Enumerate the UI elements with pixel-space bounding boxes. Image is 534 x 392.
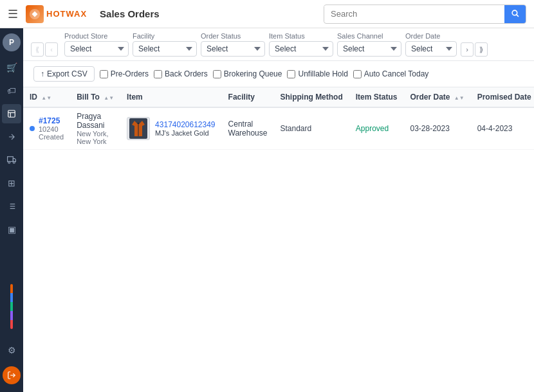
sidebar-item-transfer[interactable] [2,127,21,147]
cell-order-date: 03-28-2023 [403,107,470,150]
export-icon: ↑ [41,69,44,78]
cell-shipping-method: Standard [273,107,349,150]
item-code-link[interactable]: 43174020612349 [155,120,215,129]
search-button[interactable] [504,5,526,23]
sales-channel-label: Sales Channel [337,32,401,40]
sidebar-item-settings[interactable]: ⚙ [2,341,21,360]
sidebar-item-logout[interactable] [3,366,21,384]
pagination-arrows: ⟪ ‹ [31,42,58,57]
color-bar-blue [10,293,13,302]
color-bar-green [10,302,13,311]
sort-order-date-icon[interactable]: ▲▼ [454,96,465,101]
sort-bill-to-icon[interactable]: ▲▼ [104,96,114,101]
sidebar-item-list[interactable] [2,197,21,216]
col-item-status-label: Item Status [356,93,398,102]
logo-text: HOTWAX [46,9,87,19]
logo: HOTWAX [26,5,87,23]
sidebar-item-cart[interactable]: 🛒 [2,58,21,77]
unfillable-hold-check[interactable] [287,70,295,78]
color-bar-orange [10,284,13,293]
sidebar-item-orders[interactable] [2,104,21,123]
page-title: Sales Orders [100,8,160,19]
col-order-date[interactable]: Order Date ▲▼ [403,87,470,107]
filters-row: ⟪ ‹ Product Store Select Facility Select… [23,28,534,61]
svg-point-9 [13,161,15,163]
unfillable-hold-checkbox[interactable]: Unfillable Hold [287,69,347,78]
product-store-filter: Product Store Select [64,32,129,57]
sidebar-item-box[interactable]: ▣ [2,220,21,239]
orders-table: ID ▲▼ Bill To ▲▼ Item Facility [23,87,534,150]
order-status-select[interactable]: Select [201,41,265,57]
back-orders-checkbox[interactable]: Back Orders [154,69,208,78]
order-status-filter: Order Status Select [201,32,265,57]
item-status-select[interactable]: Select [269,41,333,57]
color-bar-purple [10,311,13,320]
main-content: ⟪ ‹ Product Store Select Facility Select… [23,28,534,392]
item-details: 43174020612349 MJ's Jacket Gold [155,120,215,137]
order-id-num: 10240 [39,125,64,133]
back-orders-label: Back Orders [165,69,208,78]
bill-to-name: Pragya Dassani [77,112,114,130]
pre-orders-check[interactable] [100,70,108,78]
svg-point-1 [512,10,517,15]
order-date-select[interactable]: Select [405,41,457,57]
actions-row: ↑ Export CSV Pre-Orders Back Orders Brok… [23,61,534,87]
search-input[interactable] [324,6,504,22]
svg-marker-7 [13,159,15,162]
color-bar-red [10,320,13,329]
col-bill-to-label: Bill To [77,93,100,102]
id-info: #1725 10240 Created [39,116,64,141]
item-cell: 43174020612349 MJ's Jacket Gold [127,117,215,140]
back-orders-check[interactable] [154,70,162,78]
cell-item: 43174020612349 MJ's Jacket Gold [120,107,221,150]
order-status-label: Order Status [201,32,265,40]
product-store-label: Product Store [64,32,129,40]
svg-line-2 [517,14,519,16]
col-item-label: Item [127,93,143,102]
svg-rect-3 [8,111,15,118]
product-store-select[interactable]: Select [64,41,129,57]
brokering-queue-checkbox[interactable]: Brokering Queue [213,69,282,78]
col-id[interactable]: ID ▲▼ [23,87,70,107]
sidebar-item-inventory[interactable]: ⊞ [2,174,21,193]
col-item-status[interactable]: Item Status [349,87,404,107]
col-shipping-method[interactable]: Shipping Method [273,87,349,107]
order-date-filter: Order Date Select [405,32,457,57]
hamburger-icon[interactable]: ☰ [8,7,18,21]
brokering-queue-label: Brokering Queue [224,69,282,78]
facility-label: Facility [133,32,197,40]
order-date-label: Order Date [405,32,457,40]
col-bill-to[interactable]: Bill To ▲▼ [70,87,120,107]
auto-cancel-today-check[interactable] [353,70,362,78]
facility-select[interactable]: Select [133,41,197,57]
sort-id-icon[interactable]: ▲▼ [41,96,51,101]
item-image [127,117,150,140]
export-csv-button[interactable]: ↑ Export CSV [33,66,95,82]
unfillable-hold-label: Unfillable Hold [298,69,347,78]
col-order-date-label: Order Date [410,93,450,102]
auto-cancel-today-checkbox[interactable]: Auto Cancel Today [353,69,429,78]
sales-channel-select[interactable]: Select [337,41,401,57]
col-item[interactable]: Item [120,87,221,107]
export-csv-label: Export CSV [47,69,87,78]
sidebar-item-tag[interactable]: 🏷 [2,81,21,100]
last-page-button[interactable]: ⟫ [475,42,488,57]
order-id-link[interactable]: #1725 [39,116,60,125]
next-page-button[interactable]: › [461,42,474,57]
col-promised-date[interactable]: Promised Date ▲▼ [471,87,534,107]
prev-page-button[interactable]: ‹ [45,42,58,57]
order-status-text: Created [39,133,64,141]
table-row: #1725 10240 Created Pragya Dassani New Y… [23,107,534,150]
auto-cancel-today-label: Auto Cancel Today [364,69,429,78]
user-avatar[interactable]: P [3,33,21,51]
sidebar: P 🛒 🏷 ⊞ ▣ ⚙ [0,28,23,392]
col-facility[interactable]: Facility [222,87,274,107]
cell-facility: Central Warehouse [222,107,274,150]
table-header-row: ID ▲▼ Bill To ▲▼ Item Facility [23,87,534,107]
pre-orders-checkbox[interactable]: Pre-Orders [100,69,149,78]
sidebar-item-shipping[interactable] [2,150,21,170]
svg-rect-6 [8,157,14,162]
cell-bill-to: Pragya Dassani New York, New York [70,107,120,150]
brokering-queue-check[interactable] [213,70,221,78]
first-page-button[interactable]: ⟪ [31,42,44,57]
